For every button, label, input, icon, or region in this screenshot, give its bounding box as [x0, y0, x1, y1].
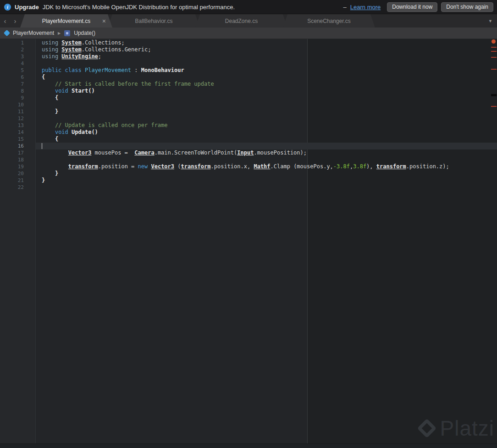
code-line[interactable]: transform.position = new Vector3 (transf… — [36, 163, 497, 170]
method-icon — [64, 30, 70, 36]
line-number: 14 — [0, 129, 24, 136]
ruler-marker-dark[interactable] — [491, 94, 497, 96]
tab-ballbehavior-cs[interactable]: BallBehavior.cs — [108, 14, 200, 28]
line-number: 10 — [0, 101, 24, 108]
code-line[interactable]: } — [36, 170, 497, 177]
line-number: 22 — [0, 184, 24, 191]
line-number: 13 — [0, 122, 24, 129]
dash-separator: – — [343, 4, 347, 11]
code-line[interactable]: using UnityEngine; — [36, 53, 497, 60]
code-line[interactable]: using System.Collections.Generic; — [36, 46, 497, 53]
code-line[interactable] — [36, 101, 497, 108]
code-line[interactable]: void Update() — [36, 129, 497, 136]
nav-back-button[interactable]: ‹ — [4, 17, 6, 24]
line-number: 6 — [0, 74, 24, 81]
ruler-marker-red[interactable] — [491, 57, 497, 58]
line-number-gutter[interactable]: 12345678910111213141516171819202122 — [0, 39, 36, 443]
tab-overflow-button[interactable]: ▼ — [484, 19, 497, 23]
download-now-button[interactable]: Download it now — [387, 2, 437, 12]
code-line[interactable] — [36, 115, 497, 122]
tab-label: PlayerMovement.cs — [42, 18, 90, 24]
code-line[interactable]: { — [36, 74, 497, 81]
platzi-logo-icon — [417, 419, 436, 438]
ruler-marker-red[interactable] — [491, 47, 497, 48]
tab-label: DeadZone.cs — [225, 18, 258, 24]
code-line[interactable]: Vector3 mousePos = Camera.main.ScreenToW… — [36, 149, 497, 156]
learn-more-link[interactable]: Learn more — [350, 4, 381, 11]
chevron-left-icon: ‹ — [4, 17, 6, 25]
code-line[interactable] — [36, 143, 497, 149]
tab-strip: PlayerMovement.cs×BallBehavior.csDeadZon… — [20, 14, 375, 28]
line-number: 17 — [0, 149, 24, 156]
code-line[interactable]: public class PlayerMovement : MonoBehavi… — [36, 67, 497, 74]
line-number: 9 — [0, 94, 24, 101]
line-number: 4 — [0, 60, 24, 67]
line-number: 16 — [0, 143, 24, 149]
tab-label: SceneChanger.cs — [307, 18, 351, 24]
breadcrumb-method[interactable]: Update() — [74, 30, 95, 36]
line-number: 1 — [0, 39, 24, 46]
tab-scenechanger-cs[interactable]: SceneChanger.cs — [283, 14, 375, 28]
line-number: 15 — [0, 136, 24, 143]
code-line[interactable]: // Start is called before the first fram… — [36, 81, 497, 88]
chevron-right-icon: › — [14, 17, 17, 25]
ruler-marker-red[interactable] — [491, 69, 497, 70]
line-number: 8 — [0, 88, 24, 94]
code-line[interactable] — [36, 184, 497, 191]
line-number: 12 — [0, 115, 24, 122]
line-number: 7 — [0, 81, 24, 88]
horizontal-scrollbar[interactable] — [0, 443, 497, 448]
code-line[interactable]: void Start() — [36, 88, 497, 94]
watermark-text: Platzi — [440, 416, 494, 441]
tab-deadzone-cs[interactable]: DeadZone.cs — [195, 14, 287, 28]
editor: 12345678910111213141516171819202122 usin… — [0, 39, 497, 448]
tab-label: BallBehavior.cs — [135, 18, 172, 24]
method-icon-glyph — [66, 32, 68, 34]
info-icon: i — [4, 4, 11, 11]
ruler-marker-red[interactable] — [491, 51, 497, 52]
code-line[interactable] — [36, 156, 497, 163]
tab-bar: ‹ › PlayerMovement.cs×BallBehavior.csDea… — [0, 14, 497, 28]
watermark: Platzi — [420, 416, 494, 441]
line-number: 21 — [0, 177, 24, 184]
line-number: 2 — [0, 46, 24, 53]
code-line[interactable]: using System.Collections; — [36, 39, 497, 46]
tab-close-icon[interactable]: × — [102, 18, 106, 24]
line-number: 19 — [0, 163, 24, 170]
dont-show-again-button[interactable]: Don't show again — [441, 2, 493, 12]
line-number: 20 — [0, 170, 24, 177]
breadcrumb-separator-icon: ▶ — [58, 31, 61, 35]
code-line[interactable]: // Update is called once per frame — [36, 122, 497, 129]
code-line[interactable]: { — [36, 94, 497, 101]
line-number: 11 — [0, 108, 24, 115]
line-number: 18 — [0, 156, 24, 163]
breadcrumb-class[interactable]: PlayerMovement — [13, 30, 54, 36]
code-line[interactable]: } — [36, 108, 497, 115]
breadcrumb-bar: PlayerMovement ▶ Update() — [0, 28, 497, 39]
code-line[interactable] — [36, 60, 497, 67]
overview-ruler[interactable] — [490, 39, 497, 443]
text-cursor — [42, 143, 42, 149]
nav-forward-button[interactable]: › — [14, 17, 17, 24]
ruler-marker-dot[interactable] — [491, 39, 496, 44]
notification-message: JDK to Microsoft's Mobile OpenJDK Distri… — [43, 4, 235, 11]
ruler-marker-red[interactable] — [491, 106, 497, 107]
chevron-down-icon: ▼ — [488, 19, 492, 23]
notification-bar: i Upgrade JDK to Microsoft's Mobile Open… — [0, 0, 497, 14]
line-number: 5 — [0, 67, 24, 74]
tab-nav-buttons: ‹ › — [0, 14, 20, 28]
code-area[interactable]: using System.Collections;using System.Co… — [36, 39, 497, 191]
code-line[interactable]: { — [36, 136, 497, 143]
class-icon — [4, 30, 10, 36]
tab-playermovement-cs[interactable]: PlayerMovement.cs× — [20, 14, 112, 28]
notification-title: Upgrade — [15, 4, 39, 11]
code-line[interactable]: } — [36, 177, 497, 184]
line-number: 3 — [0, 53, 24, 60]
